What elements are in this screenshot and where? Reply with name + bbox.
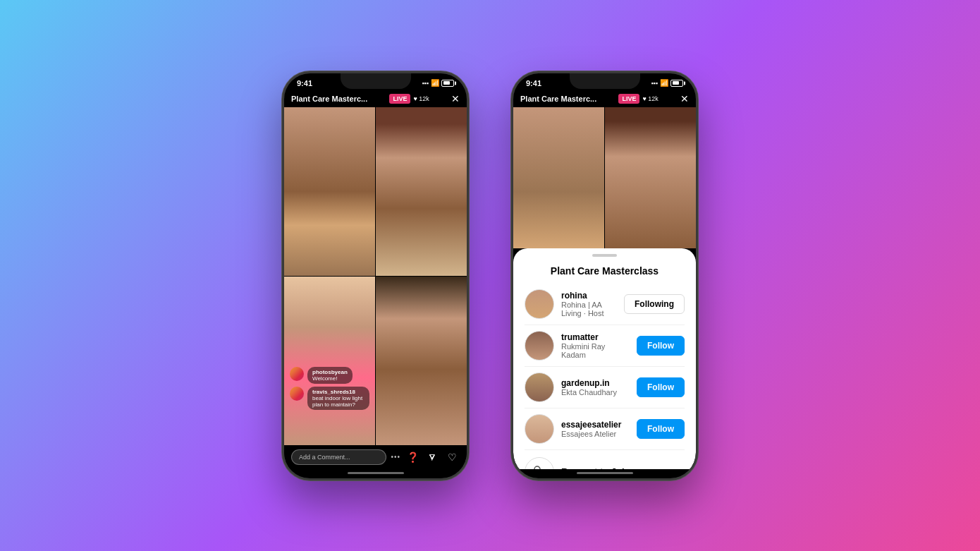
svg-point-0 bbox=[534, 466, 540, 469]
user-row-rohina: rohina Rohina | AA Living · Host Followi… bbox=[525, 284, 685, 325]
video-cell-2 bbox=[376, 107, 467, 276]
live-badge-2: LIVE bbox=[618, 94, 639, 104]
status-time-1: 9:41 bbox=[297, 79, 312, 87]
follow-button-trumatter[interactable]: Follow bbox=[637, 336, 685, 356]
close-button-2[interactable]: ✕ bbox=[680, 93, 689, 104]
comment-text-1: Welcome! bbox=[312, 375, 348, 382]
user-row-gardenup: gardenup.in Ekta Chaudhary Follow bbox=[525, 367, 685, 408]
comment-avatar-1 bbox=[290, 367, 304, 381]
live-badge-area-2: LIVE ♥ 12k bbox=[618, 94, 658, 104]
user-name-gardenup: Ekta Chaudhary bbox=[561, 388, 630, 396]
request-join-row[interactable]: Request to Join bbox=[525, 450, 685, 469]
status-icons-1: ▪▪▪ 📶 bbox=[422, 79, 454, 87]
battery-fill-2 bbox=[673, 81, 680, 85]
comment-avatar-2 bbox=[290, 387, 304, 401]
comment-input[interactable]: Add a Comment... bbox=[291, 449, 386, 465]
wifi-icon-2: 📶 bbox=[660, 79, 668, 87]
bottom-sheet: Plant Care Masterclass rohina Rohina | A… bbox=[513, 248, 696, 469]
user-name-trumatter: Rukmini Ray Kadam bbox=[561, 342, 630, 359]
live-header-1: Plant Care Masterc... LIVE ♥ 12k ✕ bbox=[284, 90, 467, 107]
signal-icon-2: ▪▪▪ bbox=[651, 80, 658, 87]
sheet-title: Plant Care Masterclass bbox=[525, 260, 685, 284]
comment-2: travis_shreds18 beat indoor low light pl… bbox=[290, 387, 369, 410]
battery-fill-1 bbox=[443, 81, 451, 85]
status-time-2: 9:41 bbox=[526, 79, 541, 87]
avatar-gardenup bbox=[525, 373, 554, 402]
avatar-essajees bbox=[525, 414, 554, 444]
video-cell-1 bbox=[284, 107, 375, 276]
user-row-essajees: essajeesatelier Essajees Atelier Follow bbox=[525, 408, 685, 450]
close-button-1[interactable]: ✕ bbox=[451, 93, 460, 104]
more-options-icon[interactable]: ••• bbox=[391, 453, 400, 461]
user-name-essajees: Essajees Atelier bbox=[561, 430, 630, 438]
battery-icon-1 bbox=[441, 80, 454, 87]
follow-button-essajees[interactable]: Follow bbox=[637, 419, 685, 439]
comment-bubble-1: photosbyean Welcome! bbox=[307, 367, 353, 384]
phone1-screen: 9:41 ▪▪▪ 📶 Plant Care Masterc... LIVE ♥ … bbox=[284, 73, 467, 478]
video-grid-1: photosbyean Welcome! travis_shreds18 bea… bbox=[284, 107, 467, 445]
phone-1: 9:41 ▪▪▪ 📶 Plant Care Masterc... LIVE ♥ … bbox=[282, 71, 469, 480]
phone2-screen: 9:41 ▪▪▪ 📶 Plant Care Masterc... LIVE ♥ … bbox=[513, 73, 696, 478]
live-title-2: Plant Care Masterc... bbox=[520, 95, 596, 103]
video-top-2 bbox=[513, 107, 696, 248]
drag-handle bbox=[592, 254, 617, 257]
user-name-rohina: Rohina | AA Living · Host bbox=[561, 301, 617, 317]
avatar-rohina bbox=[525, 289, 554, 319]
home-indicator-1 bbox=[348, 472, 404, 474]
user-info-gardenup: gardenup.in Ekta Chaudhary bbox=[561, 378, 630, 396]
comment-text-2: beat indoor low light plan to maintain? bbox=[312, 395, 365, 408]
status-icons-2: ▪▪▪ 📶 bbox=[651, 79, 683, 87]
home-indicator-2 bbox=[577, 472, 633, 474]
comment-user-2: travis_shreds18 bbox=[312, 389, 365, 395]
power-button-2 bbox=[696, 158, 698, 193]
user-handle-trumatter: trumatter bbox=[561, 332, 630, 342]
viewer-count-1: ♥ 12k bbox=[413, 95, 429, 102]
live-badge-1: LIVE bbox=[389, 94, 410, 104]
notch-2 bbox=[570, 73, 640, 89]
viewer-count-2: ♥ 12k bbox=[642, 95, 658, 102]
battery-icon-2 bbox=[670, 80, 683, 87]
signal-icon-1: ▪▪▪ bbox=[422, 80, 429, 87]
live-badge-area-1: LIVE ♥ 12k bbox=[389, 94, 429, 104]
user-info-essajees: essajeesatelier Essajees Atelier bbox=[561, 420, 630, 438]
video-cell-3: photosbyean Welcome! travis_shreds18 bea… bbox=[284, 277, 375, 445]
following-button-rohina[interactable]: Following bbox=[624, 294, 685, 314]
video-cell-2-1 bbox=[513, 107, 604, 248]
video-cell-2-2 bbox=[605, 107, 696, 248]
user-info-rohina: rohina Rohina | AA Living · Host bbox=[561, 291, 617, 317]
question-icon[interactable]: ❓ bbox=[405, 452, 420, 463]
user-info-trumatter: trumatter Rukmini Ray Kadam bbox=[561, 332, 630, 359]
heart-icon[interactable]: ♡ bbox=[444, 452, 460, 463]
live-title-1: Plant Care Masterc... bbox=[291, 95, 367, 103]
live-header-2: Plant Care Masterc... LIVE ♥ 12k ✕ bbox=[513, 90, 696, 107]
avatar-trumatter bbox=[525, 331, 554, 361]
comments-overlay: photosbyean Welcome! travis_shreds18 bea… bbox=[284, 363, 375, 417]
power-button bbox=[467, 158, 469, 193]
user-handle-essajees: essajeesatelier bbox=[561, 420, 630, 430]
user-row-trumatter: trumatter Rukmini Ray Kadam Follow bbox=[525, 325, 685, 367]
phone1-bottom-bar: Add a Comment... ••• ❓ ⛛ ♡ bbox=[284, 445, 467, 469]
comment-1: photosbyean Welcome! bbox=[290, 367, 369, 384]
follow-button-gardenup[interactable]: Follow bbox=[637, 377, 685, 397]
comment-user-1: photosbyean bbox=[312, 369, 348, 375]
request-join-icon bbox=[525, 457, 554, 469]
comment-bubble-2: travis_shreds18 beat indoor low light pl… bbox=[307, 387, 369, 410]
video-cell-4 bbox=[376, 277, 467, 445]
request-join-label: Request to Join bbox=[561, 466, 630, 469]
wifi-icon-1: 📶 bbox=[431, 79, 439, 87]
user-handle-gardenup: gardenup.in bbox=[561, 378, 630, 388]
user-handle-rohina: rohina bbox=[561, 291, 617, 301]
filter-icon[interactable]: ⛛ bbox=[424, 452, 440, 463]
phone-2: 9:41 ▪▪▪ 📶 Plant Care Masterc... LIVE ♥ … bbox=[511, 71, 698, 480]
notch-1 bbox=[341, 73, 411, 89]
